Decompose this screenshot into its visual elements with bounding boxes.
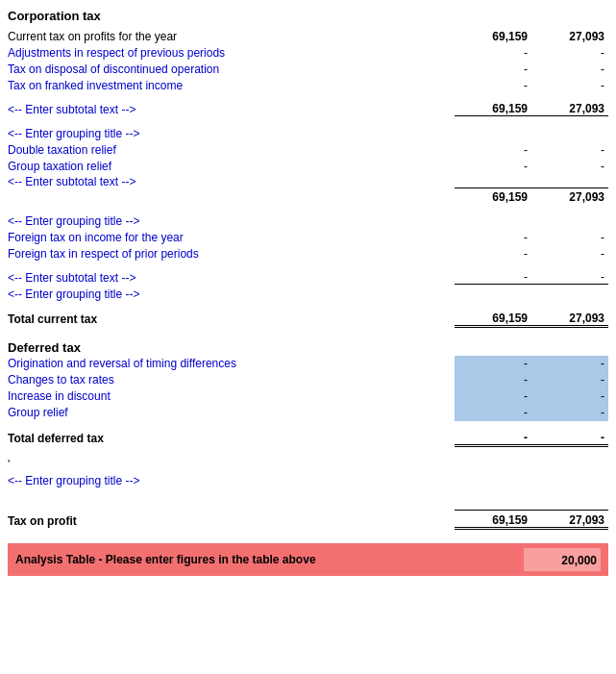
group-tax-row: Group taxation relief - - (8, 159, 608, 174)
subtotal2-result-val1: 69,159 (455, 190, 531, 204)
subtotal2-val2 (531, 175, 608, 188)
tax-profit-val2: 27,093 (531, 513, 608, 530)
page-title: Corporation tax (8, 9, 608, 23)
group-tax-label[interactable]: Group taxation relief (8, 160, 455, 173)
adjustments-val2: - (531, 46, 608, 60)
double-tax-row: Double taxation relief - - (8, 142, 608, 158)
grouping3-row: <-- Enter grouping title --> (8, 287, 608, 302)
grouping2-placeholder[interactable]: <-- Enter grouping title --> (8, 214, 608, 228)
total-current-row: Total current tax 69,159 27,093 (8, 311, 608, 328)
adjustments-row: Adjustments in respect of previous perio… (8, 45, 608, 61)
grouping3-placeholder[interactable]: <-- Enter grouping title --> (8, 287, 608, 301)
increase-val1: - (455, 388, 528, 404)
total-deferred-val1: - (455, 431, 531, 447)
subtotal3-val1: - (455, 270, 531, 285)
foreign-val1: - (455, 231, 531, 244)
subtotal1-val1: 69,159 (455, 102, 531, 116)
changes-val1: - (455, 372, 528, 387)
foreign-prior-val1: - (455, 247, 531, 261)
total-deferred-label: Total deferred tax (8, 432, 455, 445)
apostrophe-row: ' (8, 457, 608, 472)
deferred-col2: - - - - (531, 356, 608, 421)
changes-tax-row: Changes to tax rates (8, 372, 455, 387)
adjustments-label[interactable]: Adjustments in respect of previous perio… (8, 46, 455, 60)
current-tax-val1: 69,159 (455, 30, 531, 43)
disposal-row: Tax on disposal of discontinued operatio… (8, 62, 608, 77)
subtotal3-placeholder[interactable]: <-- Enter subtotal text --> (8, 271, 136, 285)
disposal-val2: - (531, 62, 608, 76)
analysis-bar: Analysis Table - Please enter figures in… (8, 543, 608, 576)
group-relief-val1: - (455, 405, 528, 420)
subtotal2-placeholder[interactable]: <-- Enter subtotal text --> (8, 175, 136, 188)
subtotal2-result-val2: 27,093 (531, 190, 608, 204)
deferred-labels: Origination and reversal of timing diffe… (8, 356, 455, 421)
changes-val2: - (531, 372, 604, 387)
subtotal3-val2: - (531, 270, 608, 285)
grouping1-row: <-- Enter grouping title --> (8, 126, 608, 141)
grouping1-placeholder[interactable]: <-- Enter grouping title --> (8, 127, 608, 140)
analysis-val: 20,000 (524, 548, 601, 571)
analysis-bar-label: Analysis Table - Please enter figures in… (15, 553, 447, 566)
group-tax-val2: - (531, 160, 608, 173)
foreign-prior-val2: - (531, 247, 608, 261)
adjustments-val1: - (455, 46, 531, 60)
disposal-val1: - (455, 62, 531, 76)
franked-val2: - (531, 79, 608, 92)
foreign-row: Foreign tax on income for the year - - (8, 230, 608, 245)
double-tax-label[interactable]: Double taxation relief (8, 143, 455, 157)
tax-profit-row: Tax on profit 69,159 27,093 (8, 512, 608, 530)
foreign-prior-row: Foreign tax in respect of prior periods … (8, 246, 608, 262)
foreign-label[interactable]: Foreign tax on income for the year (8, 231, 455, 244)
tax-profit-underline (8, 497, 608, 511)
grouping2-row: <-- Enter grouping title --> (8, 213, 608, 229)
foreign-val2: - (531, 231, 608, 244)
current-tax-val2: 27,093 (531, 30, 608, 43)
apostrophe: ' (8, 458, 608, 471)
deferred-block: Origination and reversal of timing diffe… (8, 356, 608, 421)
foreign-prior-label[interactable]: Foreign tax in respect of prior periods (8, 247, 455, 261)
changes-tax-label[interactable]: Changes to tax rates (8, 373, 455, 387)
increase-discount-row: Increase in discount (8, 388, 455, 404)
franked-val1: - (455, 79, 531, 92)
subtotal1-val2: 27,093 (531, 102, 608, 116)
group-relief-val2: - (531, 405, 604, 420)
franked-row: Tax on franked investment income - - (8, 78, 608, 93)
tax-profit-underline-val2 (531, 497, 608, 511)
total-current-label: Total current tax (8, 312, 455, 326)
origination-row: Origination and reversal of timing diffe… (8, 356, 455, 371)
group-relief-label[interactable]: Group relief (8, 406, 455, 419)
increase-val2: - (531, 388, 604, 404)
current-tax-label: Current tax on profits for the year (8, 30, 455, 43)
deferred-col1: - - - - (455, 356, 531, 421)
subtotal2-value-row: 69,159 27,093 (8, 190, 608, 204)
deferred-tax-title: Deferred tax (8, 340, 608, 355)
tax-profit-underline-val1 (455, 497, 531, 511)
orig-val1: - (455, 356, 528, 371)
total-current-val2: 27,093 (531, 312, 608, 328)
subtotal1-placeholder[interactable]: <-- Enter subtotal text --> (8, 103, 136, 116)
increase-discount-label[interactable]: Increase in discount (8, 389, 455, 403)
total-deferred-row: Total deferred tax - - (8, 430, 608, 447)
grouping4-placeholder[interactable]: <-- Enter grouping title --> (8, 474, 608, 487)
orig-val2: - (531, 356, 604, 371)
group-relief-row: Group relief (8, 405, 455, 420)
total-current-val1: 69,159 (455, 312, 531, 328)
total-deferred-val2: - (531, 431, 608, 447)
subtotal1-line: <-- Enter subtotal text --> 69,159 27,09… (8, 102, 608, 116)
subtotal2-line: <-- Enter subtotal text --> (8, 175, 608, 188)
subtotal2-val1 (455, 175, 531, 188)
double-val2: - (531, 143, 608, 157)
deferred-tax-title-row: Deferred tax (8, 339, 608, 355)
subtotal3-line: <-- Enter subtotal text --> - - (8, 270, 608, 285)
franked-label[interactable]: Tax on franked investment income (8, 79, 455, 92)
tax-profit-label: Tax on profit (8, 514, 455, 528)
disposal-label[interactable]: Tax on disposal of discontinued operatio… (8, 62, 455, 76)
double-val1: - (455, 143, 531, 157)
current-tax-row: Current tax on profits for the year 69,1… (8, 29, 608, 44)
origination-label[interactable]: Origination and reversal of timing diffe… (8, 357, 455, 370)
tax-profit-val1: 69,159 (455, 513, 531, 530)
main-container: Corporation tax Current tax on profits f… (0, 0, 616, 576)
group-tax-val1: - (455, 160, 531, 173)
grouping4-row: <-- Enter grouping title --> (8, 473, 608, 488)
